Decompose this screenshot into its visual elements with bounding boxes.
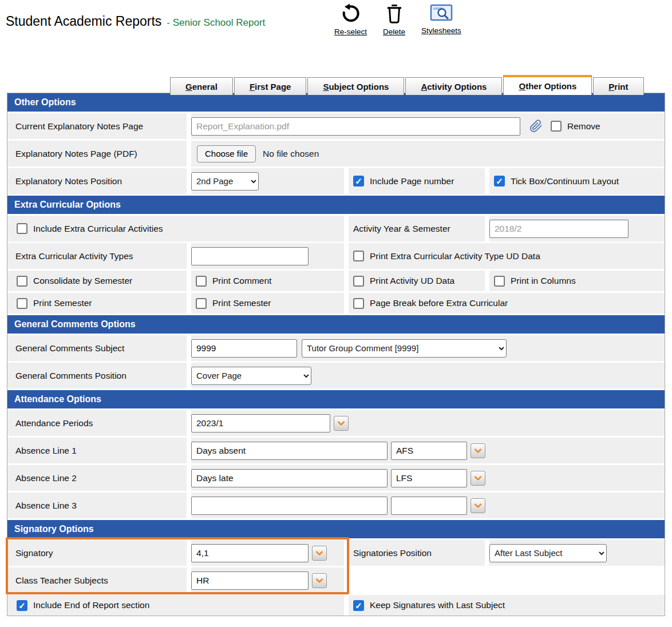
tab-bar: General First Page Subject Options Activ… [170,75,644,95]
reselect-button[interactable]: Re-select [334,3,367,36]
print-comment-checkbox[interactable] [196,276,207,287]
print-semester-a-cell: Print Semester [7,293,187,314]
activity-types-input[interactable] [191,247,309,265]
page-break-checkbox[interactable] [353,298,364,309]
row-absence-line-3: Absence Line 3 [7,493,665,518]
print-in-columns-checkbox[interactable] [494,276,505,287]
choose-file-button[interactable]: Choose file [197,145,256,162]
current-notes-label: Current Explanatory Notes Page [7,113,187,139]
include-page-number-cell: Include Page number [349,168,485,194]
notes-pdf-label: Explanatory Notes Page (PDF) [7,141,187,166]
class-teacher-content [191,568,344,593]
include-end-label: Include End of Report section [33,600,149,610]
stylesheets-button[interactable]: Stylesheets [421,3,461,35]
row-signatory: Signatory Signatories Position After Las… [7,540,665,566]
include-page-number-label: Include Page number [370,176,454,186]
class-teacher-label: Class Teacher Subjects [7,568,187,593]
section-header-other-options: Other Options [7,93,665,112]
section-header-extra-curricular: Extra Curricular Options [7,196,665,214]
activity-types-label: Extra Curricular Activity Types [7,243,187,269]
tickbox-layout-checkbox[interactable] [494,176,505,186]
notes-position-select[interactable]: 2nd Page [191,172,259,191]
print-semester-b-checkbox[interactable] [196,298,207,309]
tab-subject-options-label: Subject Options [323,82,389,92]
class-teacher-picker-button[interactable] [312,573,327,588]
absence-line-2-picker-button[interactable] [471,471,485,486]
tab-general-label: General [185,82,218,92]
section-header-general-comments: General Comments Options [7,315,665,334]
comments-position-label: General Comments Position [7,363,187,388]
report-name: - Senior School Report [167,17,265,29]
include-page-number-checkbox[interactable] [353,176,364,186]
remove-checkbox[interactable] [551,121,562,132]
section-header-signatory: Signatory Options [7,520,665,538]
keep-signatures-cell: Keep Signatures with Last Subject [349,595,665,616]
include-end-checkbox[interactable] [17,600,27,611]
page-break-label: Page Break before Extra Curricular [370,298,508,308]
absence-line-1-text-input[interactable] [191,442,388,460]
absence-line-1-picker-button[interactable] [471,443,485,458]
tab-other-options[interactable]: Other Options [503,75,592,95]
toolbar: Re-select Delete Stylesheets [334,3,461,36]
current-notes-input[interactable] [191,117,520,136]
consolidate-cell: Consolidate by Semester [7,271,187,291]
keep-signatures-label: Keep Signatures with Last Subject [370,600,505,610]
row-extra-curricular-checkboxes-2: Print Semester Print Semester Page Break… [7,293,665,314]
include-activities-label: Include Extra Curricular Activities [33,224,163,234]
row-general-comments-subject: General Comments Subject Tutor Group Com… [7,335,665,361]
absence-line-2-code-input[interactable] [391,469,467,487]
attendance-periods-label: Attendance Periods [7,410,187,436]
attendance-periods-input[interactable] [191,414,330,432]
keep-signatures-checkbox[interactable] [353,600,364,611]
remove-label: Remove [567,121,600,132]
absence-line-3-text-input[interactable] [191,497,388,515]
comments-position-select[interactable]: Cover Page [191,367,311,385]
signatories-position-select[interactable]: After Last Subject [489,544,607,562]
paperclip-icon[interactable] [529,120,543,133]
reselect-label: Re-select [334,27,367,36]
absence-line-1-content [191,438,665,463]
activity-year-content [489,216,665,241]
stylesheets-icon [429,3,453,25]
print-comment-cell: Print Comment [191,271,344,291]
comments-subject-select[interactable]: Tutor Group Comment [9999] [302,339,507,358]
print-semester-b-cell: Print Semester [191,293,344,314]
activity-year-input[interactable] [489,220,628,238]
include-activities-cell: Include Extra Curricular Activities [7,216,344,241]
row-general-comments-position: General Comments Position Cover Page [7,363,665,388]
comments-subject-input[interactable] [191,339,297,358]
include-activities-checkbox[interactable] [17,223,27,234]
page-header: Student Academic Reports - Senior School… [6,14,265,29]
print-type-ud-checkbox[interactable] [353,251,364,261]
tab-first-page[interactable]: First Page [234,77,307,95]
signatory-input[interactable] [191,544,309,562]
tab-general[interactable]: General [170,77,233,95]
signatory-picker-button[interactable] [312,546,327,561]
attendance-periods-picker-button[interactable] [334,416,349,431]
class-teacher-input[interactable] [191,572,309,590]
delete-button[interactable]: Delete [383,3,405,36]
tab-print[interactable]: Print [593,77,643,95]
comments-subject-content: Tutor Group Comment [9999] [191,335,665,361]
page-title: Student Academic Reports [6,14,161,29]
absence-line-2-content [191,465,665,491]
consolidate-checkbox[interactable] [17,276,27,287]
print-activity-ud-checkbox[interactable] [353,276,364,287]
tab-subject-options[interactable]: Subject Options [307,77,404,95]
row-signatory-checkboxes: Include End of Report section Keep Signa… [7,595,665,616]
absence-line-3-code-input[interactable] [391,497,467,515]
absence-line-3-picker-button[interactable] [471,498,485,513]
tickbox-layout-cell: Tick Box/Continuum Layout [489,168,665,194]
absence-line-2-text-input[interactable] [191,469,388,487]
activity-types-content [191,243,344,269]
absence-line-1-code-input[interactable] [391,442,467,460]
tab-activity-options-label: Activity Options [421,82,487,92]
row-extra-curricular-checkboxes-1: Consolidate by Semester Print Comment Pr… [7,271,665,291]
row-activity-types: Extra Curricular Activity Types Print Ex… [7,243,665,269]
page-break-cell: Page Break before Extra Curricular [349,293,665,314]
tab-activity-options[interactable]: Activity Options [405,77,502,95]
row-explanatory-notes-pdf: Explanatory Notes Page (PDF) Choose file… [7,141,665,166]
print-type-ud-cell: Print Extra Curricular Activity Type UD … [349,243,665,269]
print-semester-a-checkbox[interactable] [17,298,27,309]
print-type-ud-label: Print Extra Curricular Activity Type UD … [370,251,540,261]
